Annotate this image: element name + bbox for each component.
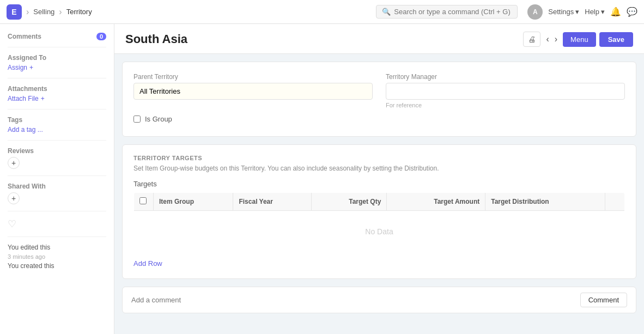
comment-input[interactable] <box>131 296 580 304</box>
targets-card: TERRITORY TARGETS Set Item Group-wise bu… <box>122 144 636 279</box>
settings-button[interactable]: Settings ▾ <box>548 8 579 16</box>
heart-icon[interactable]: ♡ <box>8 218 106 230</box>
reviews-label: Reviews <box>8 147 106 155</box>
comment-bar: Comment <box>122 287 636 313</box>
attach-file-link[interactable]: Attach File + <box>8 95 106 102</box>
print-button[interactable]: 🖨 <box>523 32 540 47</box>
activity-1-time: 3 minutes ago <box>8 253 106 260</box>
territory-manager-col: Territory Manager For reference <box>386 73 625 108</box>
add-row-button[interactable]: Add Row <box>133 259 162 268</box>
divider-6 <box>8 211 106 211</box>
divider-4 <box>8 140 106 141</box>
sidebar: Comments 0 Assigned To Assign + Attachme… <box>0 24 114 334</box>
page-title: South Asia <box>125 32 187 46</box>
col-target-amount: Target Amount <box>387 193 485 211</box>
breadcrumb-selling[interactable]: Selling <box>33 8 54 16</box>
app-logo: E <box>7 4 22 20</box>
parent-territory-label: Parent Territory <box>133 73 373 81</box>
tags-label: Tags <box>8 116 106 124</box>
col-item-group: Item Group <box>154 193 233 211</box>
shared-add-button[interactable]: + <box>8 192 20 204</box>
add-tag-link[interactable]: Add a tag ... <box>8 126 106 133</box>
sidebar-reviews-section: Reviews + <box>8 147 106 169</box>
col-target-distribution: Target Distribution <box>485 193 605 211</box>
menu-button[interactable]: Menu <box>563 32 596 47</box>
sidebar-attachments-section: Attachments Attach File + <box>8 85 106 102</box>
table-empty-row: No Data <box>134 211 625 253</box>
save-button[interactable]: Save <box>599 32 633 47</box>
comments-count: 0 <box>96 33 106 40</box>
search-input[interactable] <box>394 8 512 16</box>
reviews-add-button[interactable]: + <box>8 157 20 169</box>
nav-arrows: ‹ › <box>544 32 560 46</box>
chat-icon[interactable]: 💬 <box>627 7 637 17</box>
topnav-right: A Settings ▾ Help ▾ 🔔 💬 <box>527 4 637 20</box>
targets-label: Targets <box>133 180 625 188</box>
col-actions <box>605 193 624 211</box>
page-body: Comments 0 Assigned To Assign + Attachme… <box>0 24 644 334</box>
sidebar-shared-section: Shared With + <box>8 183 106 204</box>
is-group-label: Is Group <box>145 115 172 123</box>
territory-manager-label: Territory Manager <box>386 73 625 81</box>
help-button[interactable]: Help ▾ <box>585 8 605 16</box>
form-card: Parent Territory Territory Manager For r… <box>122 62 636 137</box>
territory-manager-input[interactable] <box>386 83 625 100</box>
search-icon: 🔍 <box>382 8 391 16</box>
divider-5 <box>8 175 106 176</box>
targets-desc: Set Item Group-wise budgets on this Terr… <box>133 165 625 172</box>
no-data-cell: No Data <box>134 211 625 253</box>
parent-territory-input[interactable] <box>133 83 373 100</box>
comment-button[interactable]: Comment <box>580 293 627 307</box>
divider-3 <box>8 109 106 110</box>
assign-link[interactable]: Assign + <box>8 64 106 71</box>
notification-icon[interactable]: 🔔 <box>610 7 621 17</box>
nav-sep-2: › <box>59 7 62 17</box>
attach-plus-icon: + <box>41 95 45 102</box>
col-checkbox <box>134 193 154 211</box>
header-actions: 🖨 ‹ › Menu Save <box>523 32 633 47</box>
sidebar-comments-section: Comments 0 <box>8 33 106 40</box>
form-row-1: Parent Territory Territory Manager For r… <box>133 73 625 108</box>
search-bar[interactable]: 🔍 <box>376 5 518 19</box>
is-group-checkbox[interactable] <box>133 116 141 123</box>
topnav: E › Selling › Territory 🔍 A Settings ▾ H… <box>0 0 644 24</box>
table-header-row: Item Group Fiscal Year Target Qty Target… <box>134 193 625 211</box>
comments-label: Comments 0 <box>8 33 106 40</box>
targets-table: Item Group Fiscal Year Target Qty Target… <box>133 192 625 253</box>
divider-2 <box>8 78 106 78</box>
shared-with-label: Shared With <box>8 183 106 190</box>
breadcrumb-territory: Territory <box>66 8 92 16</box>
col-target-qty: Target Qty <box>312 193 387 211</box>
nav-sep-1: › <box>26 7 29 17</box>
activity-1-text: You edited this <box>8 244 106 251</box>
assign-plus-icon: + <box>29 64 33 71</box>
divider-1 <box>8 47 106 47</box>
attachments-label: Attachments <box>8 85 106 93</box>
assigned-to-label: Assigned To <box>8 54 106 62</box>
prev-button[interactable]: ‹ <box>544 32 551 46</box>
for-reference-hint: For reference <box>386 102 625 108</box>
is-group-row: Is Group <box>133 115 625 123</box>
divider-7 <box>8 236 106 237</box>
activity-section: You edited this 3 minutes ago You create… <box>8 244 106 270</box>
select-all-checkbox[interactable] <box>139 197 147 204</box>
targets-heading: TERRITORY TARGETS <box>133 155 625 161</box>
main-content: South Asia 🖨 ‹ › Menu Save Parent Territ… <box>114 24 644 334</box>
activity-2-text: You created this <box>8 262 106 270</box>
avatar: A <box>527 4 543 20</box>
next-button[interactable]: › <box>552 32 560 46</box>
parent-territory-col: Parent Territory <box>133 73 373 108</box>
sidebar-assigned-section: Assigned To Assign + <box>8 54 106 71</box>
page-header: South Asia 🖨 ‹ › Menu Save <box>114 24 644 54</box>
sidebar-tags-section: Tags Add a tag ... <box>8 116 106 133</box>
col-fiscal-year: Fiscal Year <box>233 193 312 211</box>
